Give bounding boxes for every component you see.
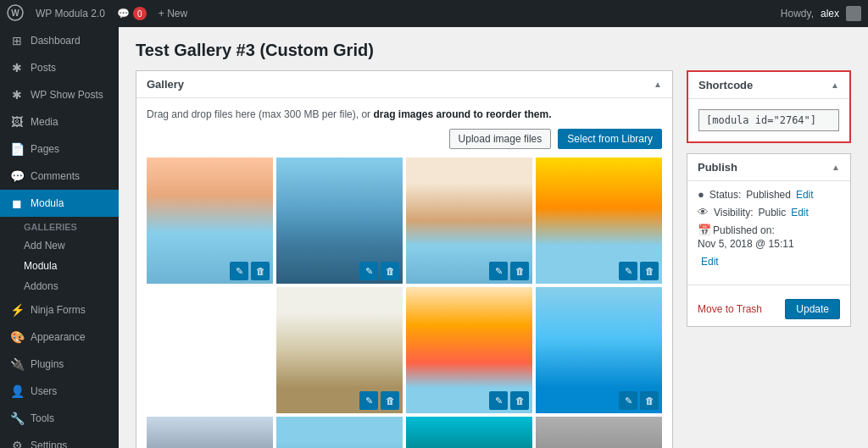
- pages-icon: 📄: [10, 142, 24, 156]
- edit-image-button[interactable]: ✎: [230, 262, 248, 280]
- sidebar-item-modula[interactable]: ◼ Modula: [0, 190, 119, 217]
- svg-text:W: W: [11, 8, 19, 18]
- appearance-icon: 🎨: [10, 330, 24, 344]
- gallery-item: ✎ 🗑: [406, 417, 532, 448]
- delete-image-button[interactable]: 🗑: [510, 391, 529, 410]
- sidebar-label-ninja-forms: Ninja Forms: [31, 304, 86, 316]
- sidebar-item-show-posts[interactable]: ✱ WP Show Posts: [0, 81, 119, 108]
- shortcode-panel: Shortcode ▲: [687, 70, 851, 143]
- sidebar-item-media[interactable]: 🖼 Media: [0, 108, 119, 136]
- comment-icon: 💬: [117, 8, 130, 19]
- sidebar-item-dashboard[interactable]: ⊞ Dashboard: [0, 27, 119, 54]
- sidebar-label-media: Media: [31, 116, 58, 128]
- gallery-panel-label: Gallery: [147, 78, 184, 91]
- visibility-label: Visibility:: [714, 207, 753, 218]
- shortcode-panel-body: [688, 99, 849, 141]
- delete-image-button[interactable]: 🗑: [381, 391, 399, 410]
- delete-image-button[interactable]: 🗑: [640, 391, 659, 410]
- update-button[interactable]: Update: [785, 299, 840, 319]
- gallery-item-overlay: ✎ 🗑: [359, 262, 399, 280]
- edit-image-button[interactable]: ✎: [489, 262, 508, 280]
- publish-date-row: 📅 Published on: Nov 5, 2018 @ 15:11: [698, 224, 840, 250]
- content-area: Gallery ▲ Drag and drop files here (max …: [136, 70, 851, 448]
- admin-bar-right: Howdy, alex: [781, 6, 861, 21]
- comment-count: 0: [133, 7, 147, 20]
- gallery-item: ✎ 🗑: [276, 417, 403, 448]
- sidebar-label-comments: Comments: [31, 170, 80, 182]
- edit-image-button[interactable]: ✎: [619, 391, 637, 410]
- gallery-item: ✎ 🗑: [276, 287, 403, 413]
- admin-bar-new[interactable]: + New: [159, 8, 187, 19]
- user-name[interactable]: alex: [821, 8, 839, 19]
- sidebar-item-tools[interactable]: 🔧 Tools: [0, 405, 119, 432]
- shortcode-input[interactable]: [698, 109, 839, 131]
- publish-body: ● Status: Published Edit 👁 Visibility: P…: [687, 181, 850, 278]
- gallery-item-overlay: ✎ 🗑: [230, 262, 270, 280]
- edit-image-button[interactable]: ✎: [619, 262, 637, 280]
- sidebar-label-pages: Pages: [31, 143, 59, 155]
- sidebar: ⊞ Dashboard ✱ Posts ✱ WP Show Posts 🖼 Me…: [0, 27, 119, 448]
- published-on-edit-link[interactable]: Edit: [701, 256, 719, 268]
- publish-label: Publish: [698, 161, 737, 174]
- sidebar-item-ninja-forms[interactable]: ⚡ Ninja Forms: [0, 296, 119, 324]
- sidebar-subitem-add-new[interactable]: Add New: [0, 235, 119, 256]
- dashboard-icon: ⊞: [10, 34, 24, 47]
- delete-image-button[interactable]: 🗑: [640, 262, 659, 280]
- upload-image-button[interactable]: Upload image files: [449, 129, 552, 149]
- posts-icon: ✱: [10, 61, 24, 75]
- gallery-main: Gallery ▲ Drag and drop files here (max …: [136, 70, 673, 448]
- right-sidebar: Shortcode ▲ Publish ▲ ●: [687, 70, 851, 327]
- visibility-value: Public: [758, 207, 786, 218]
- sidebar-item-settings[interactable]: ⚙ Settings: [0, 432, 119, 448]
- sidebar-item-posts[interactable]: ✱ Posts: [0, 54, 119, 81]
- settings-icon: ⚙: [10, 439, 24, 448]
- site-name: WP Modula 2.0: [36, 8, 105, 19]
- publish-collapse-icon[interactable]: ▲: [832, 163, 840, 172]
- modula-icon: ◼: [10, 196, 24, 210]
- comments-icon: 💬: [10, 169, 24, 183]
- admin-bar-site[interactable]: WP Modula 2.0: [36, 8, 105, 19]
- sidebar-label-modula: Modula: [31, 197, 64, 209]
- avatar: [846, 6, 861, 21]
- delete-image-button[interactable]: 🗑: [381, 262, 399, 280]
- sidebar-label-posts: Posts: [31, 62, 56, 74]
- sidebar-item-pages[interactable]: 📄 Pages: [0, 136, 119, 163]
- gallery-item-overlay: ✎ 🗑: [359, 391, 399, 410]
- sidebar-item-users[interactable]: 👤 Users: [0, 378, 119, 405]
- publish-footer: Move to Trash Update: [687, 292, 850, 326]
- drag-hint: Drag and drop files here (max 300 MB per…: [147, 108, 662, 120]
- sidebar-subitem-addons[interactable]: Addons: [0, 276, 119, 296]
- gallery-item: ✎ 🗑: [276, 158, 403, 284]
- admin-bar-comments[interactable]: 💬 0: [117, 7, 147, 20]
- sidebar-subitem-modula[interactable]: Modula: [0, 256, 119, 276]
- wp-logo[interactable]: W: [7, 4, 24, 24]
- status-edit-link[interactable]: Edit: [796, 189, 814, 201]
- visibility-edit-link[interactable]: Edit: [791, 207, 809, 218]
- shortcode-panel-header: Shortcode ▲: [688, 72, 849, 99]
- select-library-button[interactable]: Select from Library: [558, 129, 662, 149]
- gallery-toolbar: Upload image files Select from Library: [147, 129, 662, 149]
- gallery-collapse-icon[interactable]: ▲: [654, 80, 662, 89]
- publish-panel: Publish ▲ ● Status: Published Edit 👁 Vis…: [687, 153, 851, 327]
- page-title: Test Gallery #3 (Custom Grid): [136, 41, 851, 60]
- shortcode-collapse-icon[interactable]: ▲: [831, 80, 839, 90]
- gallery-panel-header: Gallery ▲: [136, 71, 672, 98]
- sidebar-item-plugins[interactable]: 🔌 Plugins: [0, 351, 119, 378]
- gallery-panel: Gallery ▲ Drag and drop files here (max …: [136, 70, 673, 448]
- gallery-item-overlay: ✎ 🗑: [619, 262, 659, 280]
- sidebar-item-appearance[interactable]: 🎨 Appearance: [0, 324, 119, 351]
- delete-image-button[interactable]: 🗑: [251, 262, 270, 280]
- edit-image-button[interactable]: ✎: [359, 262, 378, 280]
- gallery-item-overlay: ✎ 🗑: [619, 391, 659, 410]
- sidebar-item-comments[interactable]: 💬 Comments: [0, 163, 119, 190]
- calendar-icon: 📅: [698, 224, 711, 236]
- gallery-item-overlay: ✎ 🗑: [489, 262, 529, 280]
- gallery-item: ✎ 🗑: [536, 287, 662, 413]
- edit-image-button[interactable]: ✎: [489, 391, 508, 410]
- show-posts-icon: ✱: [10, 88, 24, 102]
- delete-image-button[interactable]: 🗑: [510, 262, 529, 280]
- sidebar-label-dashboard: Dashboard: [31, 35, 81, 47]
- edit-image-button[interactable]: ✎: [359, 391, 378, 410]
- modula-submenu: Galleries Add New Modula Addons: [0, 217, 119, 296]
- move-to-trash-link[interactable]: Move to Trash: [698, 303, 762, 315]
